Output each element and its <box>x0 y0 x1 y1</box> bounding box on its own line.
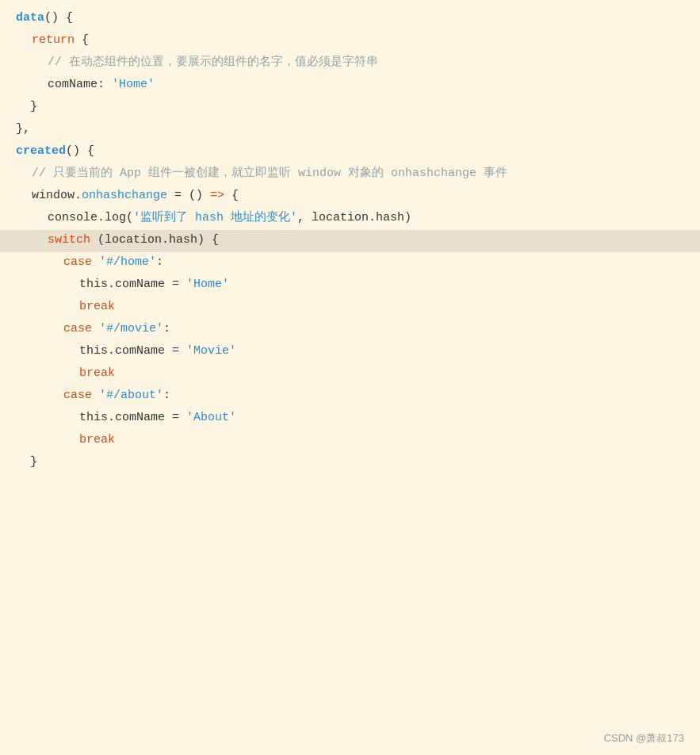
code-token-plain: } <box>16 455 37 469</box>
code-container: data() {return {// 在动态组件的位置，要展示的组件的名字，值必… <box>0 0 700 755</box>
code-token-plain: { <box>75 33 89 47</box>
code-token-comment: // 在动态组件的位置，要展示的组件的名字，值必须是字符串 <box>48 56 378 69</box>
code-token-function-name: created <box>16 144 66 158</box>
code-token-plain: comName: <box>48 78 112 91</box>
code-token-comment: // 只要当前的 App 组件一被创建，就立即监听 window 对象的 onh… <box>32 167 507 180</box>
code-token-plain: : <box>163 322 170 335</box>
code-line: }, <box>0 119 700 141</box>
code-token-plain: () { <box>44 11 73 25</box>
code-line: } <box>0 97 700 119</box>
code-token-plain: : <box>156 255 163 269</box>
code-lines: data() {return {// 在动态组件的位置，要展示的组件的名字，值必… <box>0 8 700 474</box>
code-token-function-name: data <box>16 11 44 25</box>
code-line: return { <box>0 30 700 52</box>
code-token-string-blue: 'About' <box>186 411 236 424</box>
code-token-string-blue: 'Home' <box>112 78 155 91</box>
code-line: // 在动态组件的位置，要展示的组件的名字，值必须是字符串 <box>0 52 700 75</box>
code-token-plain: window. <box>32 189 82 202</box>
code-line: break <box>0 430 700 452</box>
code-token-plain: } <box>16 100 37 113</box>
code-line: case '#/about': <box>0 385 700 408</box>
code-line: case '#/movie': <box>0 319 700 341</box>
code-line: // 只要当前的 App 组件一被创建，就立即监听 window 对象的 onh… <box>0 163 700 186</box>
code-token-string-blue: '#/movie' <box>99 322 163 335</box>
code-line: data() { <box>0 8 700 30</box>
code-line: this.comName = 'Movie' <box>0 341 700 363</box>
code-line: window.onhashchange = () => { <box>0 186 700 208</box>
code-token-string-blue: 'Home' <box>186 278 229 291</box>
code-token-plain: console.log( <box>48 211 133 224</box>
code-token-plain: () { <box>66 144 94 158</box>
code-line: console.log('监听到了 hash 地址的变化', location.… <box>0 208 700 230</box>
code-line: } <box>0 452 700 474</box>
code-line: created() { <box>0 141 700 163</box>
code-token-plain <box>92 255 99 269</box>
code-token-plain: (location.hash) { <box>90 233 219 247</box>
code-token-plain: : <box>163 389 170 402</box>
code-token-plain <box>92 322 99 335</box>
code-token-plain: }, <box>16 122 30 136</box>
code-line: comName: 'Home' <box>0 75 700 97</box>
code-token-plain <box>92 389 99 402</box>
code-token-blue-text: onhashchange <box>82 189 167 202</box>
code-token-plain: this.comName = <box>79 411 186 424</box>
code-token-plain: this.comName = <box>79 278 186 291</box>
code-token-keyword: case <box>63 255 92 269</box>
watermark: CSDN @萧叔173 <box>604 730 684 747</box>
code-token-keyword: break <box>79 300 115 313</box>
code-token-string-blue: '监听到了 hash 地址的变化' <box>133 211 297 224</box>
code-token-keyword: break <box>79 366 115 380</box>
code-token-keyword: => <box>210 189 224 202</box>
code-line: break <box>0 297 700 319</box>
code-token-keyword: break <box>79 433 115 446</box>
code-token-string-blue: 'Movie' <box>186 344 236 358</box>
code-line: case '#/home': <box>0 252 700 274</box>
code-token-string-blue: '#/about' <box>99 389 163 402</box>
code-line: switch (location.hash) { <box>0 230 700 252</box>
code-line: this.comName = 'Home' <box>0 274 700 297</box>
code-line: break <box>0 363 700 385</box>
code-token-plain: = () <box>167 189 210 202</box>
code-token-keyword: switch <box>48 233 90 247</box>
code-token-keyword: case <box>63 322 92 335</box>
code-token-keyword: return <box>32 33 75 47</box>
code-token-plain: { <box>224 189 239 202</box>
code-token-keyword: case <box>63 389 92 402</box>
code-token-string-blue: '#/home' <box>99 255 156 269</box>
code-line: this.comName = 'About' <box>0 408 700 430</box>
code-token-plain: , location.hash) <box>297 211 411 224</box>
code-token-plain: this.comName = <box>79 344 186 358</box>
